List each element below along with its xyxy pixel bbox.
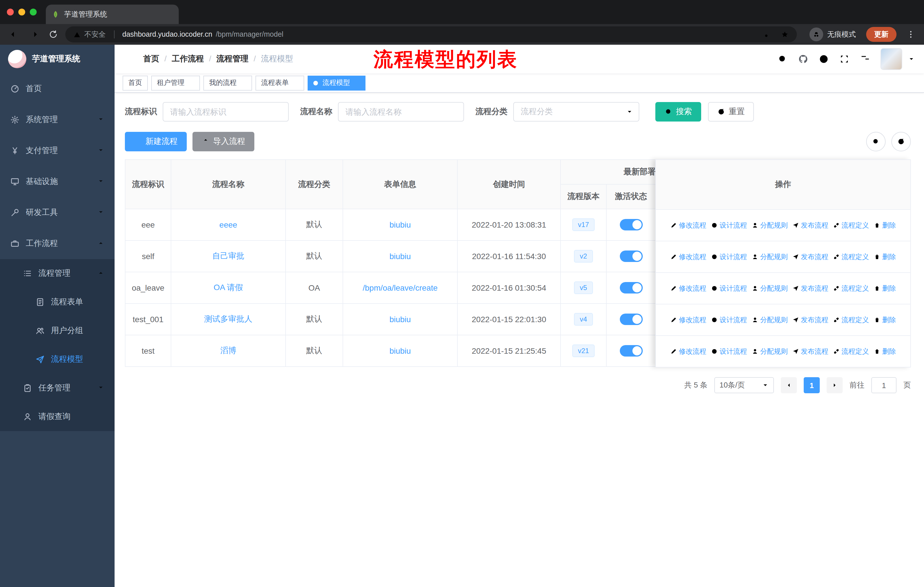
assign-rule-link[interactable]: 分配规则 <box>752 220 788 230</box>
delete-link[interactable]: 删除 <box>874 315 896 325</box>
active-toggle[interactable] <box>620 219 642 230</box>
process-definition-link[interactable]: 流程定义 <box>833 283 869 293</box>
import-process-button[interactable]: 导入流程 <box>193 132 254 151</box>
sidebar-item-home[interactable]: 首页 <box>0 73 115 104</box>
delete-link[interactable]: 删除 <box>874 220 896 230</box>
tag-process-model[interactable]: 流程模型 <box>308 75 365 90</box>
modify-process-link[interactable]: 修改流程 <box>670 283 706 293</box>
delete-link[interactable]: 删除 <box>874 252 896 262</box>
breadcrumb-workflow[interactable]: 工作流程 <box>172 54 216 64</box>
sidebar-item-payment[interactable]: 支付管理 <box>0 135 115 166</box>
process-name-link[interactable]: OA 请假 <box>214 283 243 292</box>
process-definition-link[interactable]: 流程定义 <box>833 252 869 262</box>
modify-process-link[interactable]: 修改流程 <box>670 220 706 230</box>
sidebar-item-process-form[interactable]: 流程表单 <box>0 288 115 316</box>
tag-close-icon[interactable] <box>292 79 299 86</box>
delete-link[interactable]: 删除 <box>874 283 896 293</box>
assign-rule-link[interactable]: 分配规则 <box>752 347 788 356</box>
help-icon[interactable] <box>818 54 829 64</box>
tag-home[interactable]: 首页 <box>122 75 148 90</box>
create-process-button[interactable]: 新建流程 <box>125 132 187 151</box>
active-toggle[interactable] <box>620 345 642 357</box>
assign-rule-link[interactable]: 分配规则 <box>752 315 788 325</box>
process-category-select[interactable]: 流程分类 <box>513 102 639 122</box>
modify-process-link[interactable]: 修改流程 <box>670 347 706 356</box>
forward-button[interactable] <box>26 27 41 42</box>
modify-process-link[interactable]: 修改流程 <box>670 315 706 325</box>
user-avatar[interactable] <box>881 48 902 70</box>
process-id-input[interactable] <box>163 102 289 122</box>
publish-process-link[interactable]: 发布流程 <box>792 315 828 325</box>
delete-link[interactable]: 删除 <box>874 347 896 356</box>
reset-button[interactable]: 重置 <box>708 102 754 122</box>
active-toggle[interactable] <box>620 282 642 293</box>
goto-page-input[interactable] <box>871 377 896 393</box>
back-button[interactable] <box>7 27 22 42</box>
browser-tab[interactable]: 芋道管理系统 <box>46 5 179 24</box>
github-icon[interactable] <box>798 54 808 64</box>
prev-page-button[interactable] <box>781 377 797 393</box>
active-toggle[interactable] <box>620 314 642 325</box>
browser-menu-icon[interactable] <box>904 30 917 39</box>
form-link[interactable]: biubiu <box>389 315 411 324</box>
fullscreen-icon[interactable] <box>839 54 850 64</box>
tag-my-process[interactable]: 我的流程 <box>203 75 252 90</box>
password-key-icon[interactable] <box>764 30 772 38</box>
page-size-select[interactable]: 10条/页 <box>714 377 774 393</box>
publish-process-link[interactable]: 发布流程 <box>792 252 828 262</box>
sidebar-item-process-model[interactable]: 流程模型 <box>0 345 115 374</box>
sidebar-toggle-icon[interactable] <box>124 54 134 64</box>
process-name-link[interactable]: 自己审批 <box>212 251 244 260</box>
tag-tenant-management[interactable]: 租户管理 <box>151 75 200 90</box>
show-search-button[interactable] <box>866 132 886 151</box>
tab-close-icon[interactable] <box>166 11 173 18</box>
process-name-input[interactable] <box>338 102 464 122</box>
publish-process-link[interactable]: 发布流程 <box>792 347 828 356</box>
process-definition-link[interactable]: 流程定义 <box>833 220 869 230</box>
publish-process-link[interactable]: 发布流程 <box>792 220 828 230</box>
form-link[interactable]: biubiu <box>389 346 411 356</box>
bookmark-star-icon[interactable] <box>781 30 789 38</box>
sidebar-item-system[interactable]: 系统管理 <box>0 104 115 135</box>
browser-update-button[interactable]: 更新 <box>866 27 896 42</box>
search-icon[interactable] <box>777 54 788 64</box>
refresh-table-button[interactable] <box>891 132 911 151</box>
design-process-link[interactable]: 设计流程 <box>711 220 747 230</box>
design-process-link[interactable]: 设计流程 <box>711 283 747 293</box>
modify-process-link[interactable]: 修改流程 <box>670 252 706 262</box>
tag-process-form[interactable]: 流程表单 <box>256 75 304 90</box>
sidebar-item-devtools[interactable]: 研发工具 <box>0 197 115 228</box>
sidebar-item-infrastructure[interactable]: 基础设施 <box>0 166 115 197</box>
search-button[interactable]: 搜索 <box>655 102 701 122</box>
sidebar-item-workflow[interactable]: 工作流程 <box>0 228 115 259</box>
design-process-link[interactable]: 设计流程 <box>711 315 747 325</box>
sidebar-item-leave-query[interactable]: 请假查询 <box>0 402 115 431</box>
current-page-button[interactable]: 1 <box>804 377 820 393</box>
sidebar-item-task-management[interactable]: 任务管理 <box>0 374 115 402</box>
new-tab-button[interactable] <box>183 6 200 22</box>
publish-process-link[interactable]: 发布流程 <box>792 283 828 293</box>
process-name-link[interactable]: 滔博 <box>220 346 236 355</box>
process-name-link[interactable]: 测试多审批人 <box>204 314 252 323</box>
active-toggle[interactable] <box>620 251 642 262</box>
tag-close-icon[interactable] <box>239 79 246 86</box>
form-link[interactable]: biubiu <box>389 220 411 229</box>
sidebar-item-process-management[interactable]: 流程管理 <box>0 259 115 288</box>
address-bar[interactable]: 不安全 dashboard.yudao.iocoder.cn /bpm/mana… <box>65 26 797 42</box>
form-link[interactable]: /bpm/oa/leave/create <box>363 283 438 293</box>
assign-rule-link[interactable]: 分配规则 <box>752 283 788 293</box>
form-link[interactable]: biubiu <box>389 251 411 261</box>
design-process-link[interactable]: 设计流程 <box>711 347 747 356</box>
assign-rule-link[interactable]: 分配规则 <box>752 252 788 262</box>
breadcrumb-process-management[interactable]: 流程管理 <box>216 54 261 64</box>
tag-close-icon[interactable] <box>187 79 194 86</box>
process-name-link[interactable]: eeee <box>219 220 237 229</box>
design-process-link[interactable]: 设计流程 <box>711 252 747 262</box>
breadcrumb-home[interactable]: 首页 <box>143 54 172 64</box>
font-size-icon[interactable] <box>860 54 870 64</box>
window-minimize-button[interactable] <box>18 8 25 15</box>
window-close-button[interactable] <box>7 8 14 15</box>
window-maximize-button[interactable] <box>30 8 37 15</box>
process-definition-link[interactable]: 流程定义 <box>833 315 869 325</box>
tag-close-icon[interactable] <box>353 79 360 86</box>
